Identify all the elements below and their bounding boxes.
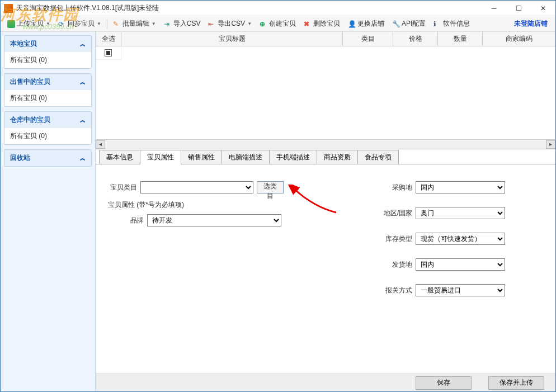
tab-panel: 宝贝类目 选类目 宝贝属性 (带*号为必填项) 品牌 待开发 采购地国内 地区/… (96, 164, 555, 391)
app-icon (4, 4, 13, 13)
toolbar: 上传宝贝▼ ⟳同步宝贝▼ ✎批量编辑▼ ⇥导入CSV ⇤导出CSV▼ ⊕创建宝贝… (1, 16, 555, 32)
close-button[interactable]: ✕ (531, 1, 555, 16)
sidebar-group-warehouse: 仓库中的宝贝︽ 所有宝贝 (0) (4, 111, 92, 145)
col-price[interactable]: 价格 (393, 32, 438, 46)
data-grid: 全选 宝贝标题 类目 价格 数量 商家编码 ◄ ► (96, 32, 555, 149)
delete-icon: ✖ (304, 20, 312, 28)
plus-icon: ⊕ (260, 20, 267, 28)
stock-type-select[interactable]: 现货（可快速发货） (416, 233, 505, 245)
upload-button[interactable]: 上传宝贝▼ (4, 18, 54, 30)
sidebar-head-warehouse[interactable]: 仓库中的宝贝︽ (4, 112, 91, 128)
ship-from-label: 发货地 (367, 260, 412, 270)
tab-basic-info[interactable]: 基本信息 (99, 150, 140, 164)
minimize-button[interactable]: ─ (482, 1, 506, 16)
sidebar-group-local: 本地宝贝︽ 所有宝贝 (0) (4, 35, 92, 69)
brand-select[interactable]: 待开发 (147, 214, 281, 226)
chevron-up-icon: ︽ (80, 116, 86, 124)
col-merchant-code[interactable]: 商家编码 (483, 32, 555, 46)
tab-pc-description[interactable]: 电脑端描述 (222, 150, 270, 164)
api-config-button[interactable]: 🔧API配置 (389, 18, 429, 30)
software-info-button[interactable]: ℹ软件信息 (430, 18, 473, 30)
create-button[interactable]: ⊕创建宝贝 (256, 18, 299, 30)
save-button[interactable]: 保存 (416, 376, 472, 390)
info-icon: ℹ (434, 20, 441, 28)
tab-sales-properties[interactable]: 销售属性 (181, 150, 222, 164)
sidebar-head-selling[interactable]: 出售中的宝贝︽ (4, 74, 91, 90)
category-select[interactable] (140, 181, 253, 193)
col-category[interactable]: 类目 (343, 32, 393, 46)
customs-select[interactable]: 一般贸易进口 (416, 284, 505, 296)
chevron-up-icon: ︽ (80, 154, 86, 162)
region-label: 地区/国家 (367, 209, 412, 218)
tab-food-special[interactable]: 食品专项 (357, 150, 399, 164)
region-select[interactable]: 奥门 (416, 207, 505, 219)
col-select-all[interactable]: 全选 (96, 32, 121, 46)
tristate-checkbox[interactable] (105, 49, 112, 56)
tab-mobile-description[interactable]: 手机端描述 (269, 150, 317, 164)
select-category-button[interactable]: 选类目 (257, 181, 284, 193)
purchase-place-label: 采购地 (367, 183, 412, 192)
sidebar-item-warehouse-all[interactable]: 所有宝贝 (0) (4, 128, 91, 144)
import-icon: ⇥ (164, 20, 172, 28)
sidebar-item-selling-all[interactable]: 所有宝贝 (0) (4, 90, 91, 106)
stock-type-label: 库存类型 (367, 234, 412, 244)
chevron-up-icon: ︽ (80, 78, 86, 86)
footer-bar: 保存 保存并上传 (96, 374, 555, 391)
brand-label: 品牌 (105, 216, 144, 225)
sync-icon: ⟳ (58, 20, 66, 28)
properties-note: 宝贝属性 (带*号为必填项) (108, 200, 284, 210)
tab-product-qualification[interactable]: 商品资质 (317, 150, 358, 164)
window-title: 天音淘宝数据包上传软件.V1.08.1[试用版]未登陆 (16, 3, 159, 13)
scroll-right-icon[interactable]: ► (546, 140, 555, 149)
user-icon: 👤 (348, 20, 356, 28)
export-csv-button[interactable]: ⇤导出CSV▼ (205, 18, 255, 30)
batch-edit-button[interactable]: ✎批量编辑▼ (110, 18, 159, 30)
sync-button[interactable]: ⟳同步宝贝▼ (55, 18, 105, 30)
sidebar-head-recycle[interactable]: 回收站︽ (4, 150, 91, 166)
row-checkbox-cell[interactable] (96, 46, 121, 60)
horizontal-scrollbar[interactable]: ◄ ► (96, 139, 555, 149)
change-shop-button[interactable]: 👤更换店铺 (345, 18, 388, 30)
login-shop-link[interactable]: 未登陆店铺 (514, 19, 552, 29)
ship-from-select[interactable]: 国内 (416, 258, 505, 271)
export-icon: ⇤ (208, 20, 216, 28)
tab-item-properties[interactable]: 宝贝属性 (140, 150, 181, 164)
grid-row (96, 46, 555, 60)
sidebar-group-selling: 出售中的宝贝︽ 所有宝贝 (0) (4, 73, 92, 107)
tab-strip: 基本信息 宝贝属性 销售属性 电脑端描述 手机端描述 商品资质 食品专项 (96, 149, 555, 164)
grid-header: 全选 宝贝标题 类目 价格 数量 商家编码 (96, 32, 555, 46)
purchase-place-select[interactable]: 国内 (416, 181, 505, 193)
upload-icon (7, 20, 15, 28)
category-label: 宝贝类目 (105, 183, 137, 192)
col-title[interactable]: 宝贝标题 (121, 32, 343, 46)
scroll-left-icon[interactable]: ◄ (96, 140, 105, 149)
col-quantity[interactable]: 数量 (438, 32, 483, 46)
sidebar-head-local[interactable]: 本地宝贝︽ (4, 36, 91, 52)
save-upload-button[interactable]: 保存并上传 (488, 376, 544, 390)
title-bar: 天音淘宝数据包上传软件.V1.08.1[试用版]未登陆 ─ ☐ ✕ (1, 1, 555, 16)
customs-label: 报关方式 (367, 286, 412, 295)
wrench-icon: 🔧 (392, 20, 400, 28)
grid-body[interactable] (96, 46, 555, 139)
content-area: 全选 宝贝标题 类目 价格 数量 商家编码 ◄ ► 基本信息 宝贝属性 销 (96, 32, 555, 391)
delete-button[interactable]: ✖删除宝贝 (300, 18, 343, 30)
chevron-up-icon: ︽ (80, 40, 86, 48)
sidebar: 本地宝贝︽ 所有宝贝 (0) 出售中的宝贝︽ 所有宝贝 (0) 仓库中的宝贝︽ … (1, 32, 96, 391)
sidebar-group-recycle: 回收站︽ (4, 149, 92, 167)
maximize-button[interactable]: ☐ (506, 1, 531, 16)
sidebar-item-local-all[interactable]: 所有宝贝 (0) (4, 52, 91, 68)
import-csv-button[interactable]: ⇥导入CSV (161, 18, 204, 30)
edit-icon: ✎ (113, 20, 121, 28)
